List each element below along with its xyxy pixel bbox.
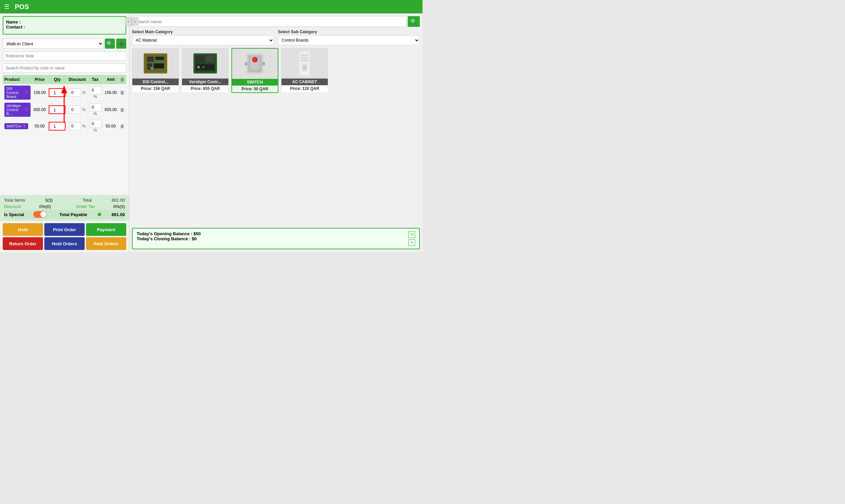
print-order-button[interactable]: Print Order — [44, 223, 85, 236]
product-card[interactable]: DSI Control... Price: 156 QAR — [132, 48, 179, 93]
total-payable-dot — [98, 213, 101, 216]
col-header-qty: Qty — [47, 75, 67, 84]
qty-input[interactable] — [49, 88, 66, 97]
discount-input[interactable] — [69, 122, 81, 130]
total-items-value: 3(3) — [45, 198, 53, 203]
category-row: Select Main Category AC Material Electri… — [132, 30, 420, 45]
discount-percent: % — [82, 107, 86, 112]
svg-rect-23 — [245, 62, 247, 66]
col-header-price: Price — [32, 75, 47, 84]
product-badge[interactable]: Veridigm Control B... 📍 — [4, 103, 31, 117]
app-title: POS — [15, 3, 29, 11]
tax-input[interactable] — [89, 86, 101, 94]
order-table: Product Price Qty Discount Tax Amt 🗑 DSI… — [3, 75, 126, 194]
product-card-price: Price: 156 QAR — [132, 85, 179, 92]
discount-value: 0%(0) — [39, 204, 51, 209]
right-panel: 🔍 Select Main Category AC Material Elect… — [129, 14, 422, 252]
is-special-row: Is Special Total Payable 861.00 — [4, 210, 125, 219]
search-product-input[interactable] — [3, 64, 126, 73]
col-header-discount: Discount — [67, 75, 87, 84]
search-name-button[interactable]: 🔍 — [408, 16, 420, 27]
total-value: 861.00 — [111, 198, 125, 203]
table-row: SWITCH 📍 50.00 % % 50.00 🗑 — [3, 119, 126, 134]
amt-cell: 50.00 — [103, 119, 119, 134]
menu-icon[interactable]: ☰ — [4, 3, 10, 11]
tax-cell: % — [87, 84, 103, 101]
is-special-toggle[interactable] — [33, 211, 47, 218]
balance-info: Today's Opening Balance : $50 Today's Cl… — [137, 231, 201, 241]
left-panel: › ‹ Name : Contact : Walk-in Client 🔍 ➕ — [0, 14, 129, 252]
svg-rect-14 — [206, 56, 214, 62]
discount-input[interactable] — [69, 89, 81, 97]
qty-cell — [47, 119, 67, 134]
product-card-name: Veridigm Contr... — [182, 78, 228, 85]
search-bar-row: 🔍 — [132, 16, 420, 27]
qty-input[interactable] — [49, 105, 66, 114]
product-card[interactable]: AC CABINET Price: 120 QAR — [281, 48, 328, 93]
col-header-tax: Tax — [87, 75, 103, 84]
price-cell: 655.00 — [32, 101, 47, 119]
delete-row-button[interactable]: 🗑 — [120, 124, 125, 129]
svg-point-8 — [148, 68, 150, 70]
product-card[interactable]: Veridigm Contr... Price: 655 QAR — [182, 48, 229, 93]
product-grid: DSI Control... Price: 156 QAR Veridigm C… — [132, 48, 420, 225]
col-header-product: Product — [3, 75, 32, 84]
sub-category-label: Select Sub Category — [278, 30, 420, 34]
collapse-left-btn[interactable]: ‹ — [132, 17, 138, 25]
customer-info-box: Name : Contact : — [3, 16, 126, 35]
discount-label[interactable]: Discount — [4, 204, 21, 209]
sub-category-select[interactable]: Control Boards Switches Capacitors — [278, 35, 420, 45]
product-card-name: AC CABINET — [281, 78, 328, 85]
edit-opening-balance-button[interactable]: ✎ — [409, 231, 415, 238]
reference-note-input[interactable] — [3, 51, 126, 61]
hold-button[interactable]: Hold — [3, 223, 43, 236]
discount-input[interactable] — [69, 106, 81, 114]
tax-input[interactable] — [89, 120, 101, 128]
sub-category-group: Select Sub Category Control Boards Switc… — [278, 30, 420, 45]
amt-cell: 156.00 — [103, 84, 119, 101]
table-row: DSI Control Board 📍 156.00 % % 156.00 🗑 — [3, 84, 126, 101]
edit-closing-balance-button[interactable]: ✎ — [409, 239, 415, 246]
client-select[interactable]: Walk-in Client — [3, 39, 103, 49]
product-badge[interactable]: SWITCH 📍 — [4, 123, 28, 129]
collapse-right-btn[interactable]: › — [125, 17, 132, 25]
svg-rect-29 — [300, 59, 309, 59]
qty-input[interactable] — [49, 122, 66, 130]
paid-orders-button[interactable]: Paid Orders — [86, 237, 126, 250]
tax-input[interactable] — [89, 103, 101, 111]
total-label: Total — [83, 198, 92, 203]
product-cell: DSI Control Board 📍 — [3, 84, 32, 101]
svg-rect-27 — [300, 54, 309, 56]
add-client-button[interactable]: ➕ — [116, 39, 126, 49]
product-card[interactable]: SWITCH Price: 50 QAR — [231, 48, 278, 93]
order-tax-value: 0%(0) — [113, 204, 125, 209]
opening-balance: Today's Opening Balance : $50 — [137, 231, 201, 236]
discount-cell: % — [67, 101, 87, 119]
tax-percent: % — [93, 128, 97, 132]
hold-orders-button[interactable]: Hold Orders — [44, 237, 85, 250]
delete-row-button[interactable]: 🗑 — [120, 90, 125, 95]
product-card-price: Price: 120 QAR — [281, 85, 328, 92]
product-badge[interactable]: DSI Control Board 📍 — [4, 86, 31, 100]
customer-contact-label: Contact : — [6, 24, 123, 30]
svg-point-22 — [253, 58, 257, 61]
amt-cell: 655.00 — [103, 101, 119, 119]
payment-button[interactable]: Payment — [86, 223, 126, 236]
main-category-label: Select Main Category — [132, 30, 274, 34]
order-tax-label[interactable]: Order Tax — [76, 204, 95, 209]
discount-cell: % — [67, 84, 87, 101]
search-name-input[interactable] — [132, 16, 407, 27]
header: ☰ POS — [0, 0, 422, 14]
svg-rect-30 — [300, 60, 309, 61]
return-order-button[interactable]: Return Order — [3, 237, 43, 250]
discount-row: Discount 0%(0) Order Tax 0%(0) — [4, 203, 125, 210]
col-header-delete: 🗑 — [118, 75, 126, 84]
svg-rect-28 — [300, 57, 309, 58]
svg-rect-4 — [147, 57, 154, 62]
balance-box: Today's Opening Balance : $50 Today's Cl… — [132, 228, 420, 249]
search-client-button[interactable]: 🔍 — [105, 39, 115, 49]
main-category-select[interactable]: AC Material Electrical Plumbing — [132, 35, 274, 45]
main-container: › ‹ Name : Contact : Walk-in Client 🔍 ➕ — [0, 14, 422, 252]
delete-row-button[interactable]: 🗑 — [120, 107, 125, 112]
delete-all-button[interactable]: 🗑 — [120, 77, 125, 82]
